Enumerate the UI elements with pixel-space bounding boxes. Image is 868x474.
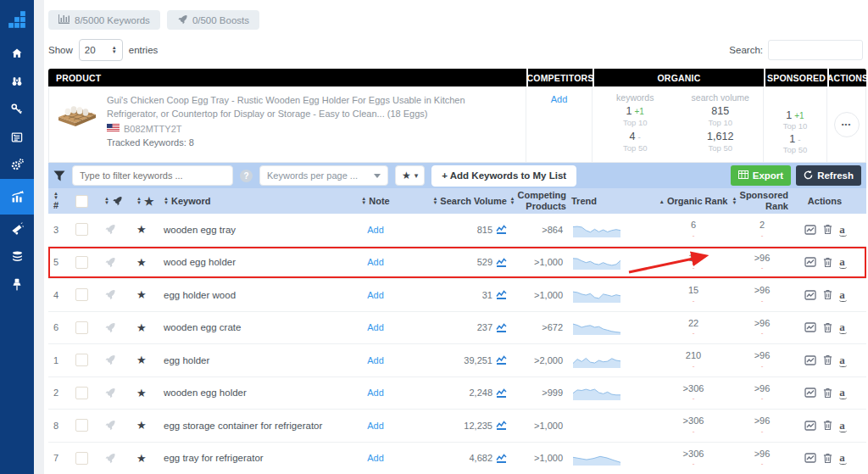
row-checkbox[interactable] <box>75 288 104 301</box>
sidebar-item-form[interactable] <box>0 123 34 151</box>
row-checkbox[interactable] <box>75 321 104 334</box>
note-column-header[interactable]: ▲▼ Note <box>333 196 418 206</box>
keyword-filter-input[interactable] <box>72 165 233 186</box>
rank-history-icon[interactable] <box>804 421 816 431</box>
delete-icon[interactable] <box>823 289 832 300</box>
delete-icon[interactable] <box>823 420 832 431</box>
amazon-link-icon[interactable]: a <box>839 454 845 462</box>
add-competitor-link[interactable]: Add <box>551 94 568 162</box>
sidebar-item-keyword-tracker[interactable] <box>0 179 34 215</box>
rank-history-icon[interactable] <box>804 290 816 300</box>
keywords-quota-button[interactable]: 8/5000 Keywords <box>48 10 160 30</box>
boost-icon[interactable] <box>104 388 136 399</box>
row-checkbox[interactable] <box>75 387 104 399</box>
volume-history-icon[interactable] <box>496 290 507 299</box>
add-note-link[interactable]: Add <box>367 388 384 398</box>
rank-history-icon[interactable] <box>804 225 816 235</box>
rank-history-icon[interactable] <box>804 388 816 398</box>
delete-icon[interactable] <box>823 224 832 235</box>
star-icon[interactable]: ★ <box>136 387 147 399</box>
search-volume-column-header[interactable]: ▲▼ Search Volume <box>418 196 507 206</box>
product-actions-menu-button[interactable]: ••• <box>834 112 860 137</box>
sidebar-item-gears[interactable] <box>0 151 34 179</box>
sidebar-item-layers[interactable] <box>0 243 34 270</box>
sidebar-item-key[interactable] <box>0 95 34 123</box>
volume-history-icon[interactable] <box>496 225 507 234</box>
volume-history-icon[interactable] <box>496 355 507 365</box>
amazon-link-icon[interactable]: a <box>839 356 845 365</box>
add-note-link[interactable]: Add <box>367 225 384 235</box>
volume-history-icon[interactable] <box>496 421 507 430</box>
row-checkbox[interactable] <box>75 256 104 269</box>
rank-history-icon[interactable] <box>804 257 816 267</box>
logo-chart-icon[interactable] <box>0 0 34 39</box>
organic-rank-column-header[interactable]: ▲ Organic Rank <box>651 196 736 206</box>
add-note-link[interactable]: Add <box>367 257 384 267</box>
amazon-link-icon[interactable]: a <box>839 421 845 430</box>
delete-icon[interactable] <box>823 388 832 399</box>
boost-column-header[interactable]: ▲▼ <box>104 196 136 206</box>
add-note-link[interactable]: Add <box>367 355 384 365</box>
volume-history-icon[interactable] <box>496 388 507 398</box>
sidebar-item-pin[interactable] <box>0 270 34 298</box>
amazon-link-icon[interactable]: a <box>839 258 845 266</box>
entries-per-page-select[interactable]: 20 ▲▼ <box>79 39 123 61</box>
boosts-quota-button[interactable]: 0/500 Boosts <box>167 10 259 30</box>
product-column-header: PRODUCT <box>48 69 526 86</box>
star-icon[interactable]: ★ <box>136 256 147 269</box>
rank-history-icon[interactable] <box>804 453 816 463</box>
boost-icon[interactable] <box>104 354 136 365</box>
sponsored-rank-cell: >96- <box>736 285 788 304</box>
rank-history-icon[interactable] <box>804 355 816 365</box>
keywords-per-page-select[interactable]: Keywords per page ... <box>259 165 388 186</box>
amazon-link-icon[interactable]: a <box>839 291 845 299</box>
star-filter-dropdown[interactable]: ★ ▾ <box>395 165 425 186</box>
add-note-link[interactable]: Add <box>367 453 384 463</box>
boost-icon <box>112 196 122 206</box>
star-icon[interactable]: ★ <box>136 223 147 236</box>
sidebar-item-home[interactable] <box>0 39 34 67</box>
add-note-link[interactable]: Add <box>367 290 384 300</box>
add-keywords-button[interactable]: + Add Keywords to My List <box>431 165 576 187</box>
refresh-button[interactable]: Refresh <box>796 165 861 186</box>
export-button[interactable]: Export <box>731 165 791 186</box>
select-all-checkbox[interactable] <box>75 195 104 208</box>
volume-history-icon[interactable] <box>496 258 507 267</box>
volume-history-icon[interactable] <box>496 454 507 463</box>
sidebar-item-binoculars[interactable] <box>0 67 34 95</box>
sidebar-item-megaphone[interactable] <box>0 215 34 243</box>
boost-icon[interactable] <box>104 224 136 235</box>
rank-history-icon[interactable] <box>804 322 816 332</box>
volume-history-icon[interactable] <box>496 323 507 332</box>
star-icon[interactable]: ★ <box>136 321 147 334</box>
boost-icon[interactable] <box>104 289 136 300</box>
row-checkbox[interactable] <box>75 419 104 432</box>
search-input[interactable] <box>768 40 863 60</box>
star-column-header[interactable]: ▲▼ ★ <box>136 195 164 208</box>
keyword-column-header[interactable]: ▲▼ Keyword <box>164 196 333 206</box>
help-icon[interactable]: ? <box>240 170 253 182</box>
boost-icon[interactable] <box>104 453 136 464</box>
competing-products-column-header[interactable]: ▲▼ CompetingProducts <box>507 190 566 211</box>
boost-icon[interactable] <box>104 420 136 431</box>
amazon-link-icon[interactable]: a <box>839 388 845 397</box>
amazon-link-icon[interactable]: a <box>839 226 845 234</box>
index-column-header[interactable]: ▲▼ # <box>53 192 75 210</box>
delete-icon[interactable] <box>823 257 832 268</box>
star-icon[interactable]: ★ <box>136 288 147 301</box>
boost-icon[interactable] <box>104 257 136 268</box>
amazon-link-icon[interactable]: a <box>839 323 845 332</box>
row-checkbox[interactable] <box>75 223 104 236</box>
delete-icon[interactable] <box>823 453 832 464</box>
row-checkbox[interactable] <box>75 354 104 366</box>
star-icon[interactable]: ★ <box>136 354 147 366</box>
star-icon[interactable]: ★ <box>136 452 147 465</box>
star-icon[interactable]: ★ <box>136 419 147 432</box>
boost-icon[interactable] <box>104 322 136 333</box>
add-note-link[interactable]: Add <box>367 322 384 332</box>
delete-icon[interactable] <box>823 354 832 365</box>
row-checkbox[interactable] <box>75 452 104 465</box>
delete-icon[interactable] <box>823 322 832 333</box>
sponsored-rank-column-header[interactable]: ▲▼ SponsoredRank <box>736 190 788 211</box>
add-note-link[interactable]: Add <box>367 421 384 431</box>
